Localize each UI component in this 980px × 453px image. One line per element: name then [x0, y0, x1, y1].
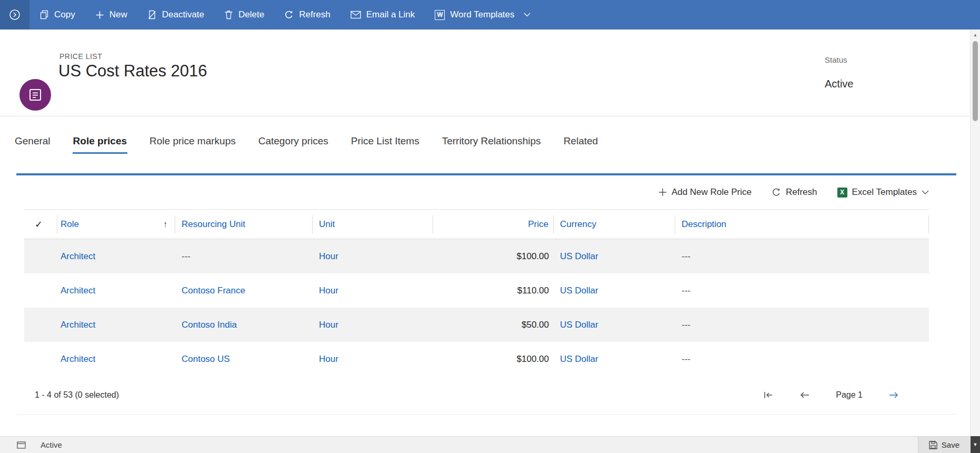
unit-cell[interactable]: Hour	[313, 251, 433, 262]
column-header-price[interactable]: Price	[433, 215, 554, 233]
chevron-down-icon	[922, 190, 929, 195]
excel-templates-label: Excel Templates	[852, 187, 917, 198]
refresh-label: Refresh	[299, 9, 331, 20]
plus-icon	[95, 11, 104, 19]
column-resourcing-unit-label: Resourcing Unit	[182, 219, 245, 230]
currency-cell[interactable]: US Dollar	[554, 354, 675, 365]
description-cell: ---	[675, 320, 929, 330]
scrollbar-thumb[interactable]	[973, 41, 978, 121]
resourcing-unit-cell[interactable]: Contoso US	[175, 354, 313, 365]
form-state-icon	[17, 441, 26, 449]
table-row[interactable]: Architect Contoso France Hour $110.00 US…	[24, 273, 929, 308]
column-currency-label: Currency	[560, 219, 596, 230]
form-tab-bar: General Role prices Role price markups C…	[14, 128, 598, 154]
unit-cell[interactable]: Hour	[313, 354, 433, 365]
arrow-left-icon	[799, 391, 811, 399]
price-cell: $110.00	[433, 285, 554, 296]
trash-icon	[224, 10, 233, 19]
price-list-entity-icon	[19, 79, 51, 111]
column-header-currency[interactable]: Currency	[554, 215, 675, 233]
currency-cell[interactable]: US Dollar	[554, 285, 675, 296]
copy-button[interactable]: Copy	[29, 0, 85, 29]
description-cell: ---	[675, 251, 929, 262]
nav-expand-button[interactable]	[0, 0, 29, 29]
description-cell: ---	[675, 354, 929, 365]
unit-cell[interactable]: Hour	[313, 320, 433, 330]
delete-button[interactable]: Delete	[214, 0, 274, 29]
role-prices-subgrid: Add New Role Price Refresh X Excel Templ…	[16, 173, 956, 415]
column-price-label: Price	[528, 219, 548, 230]
refresh-button[interactable]: Refresh	[274, 0, 341, 29]
chevron-down-icon	[524, 13, 531, 17]
table-row[interactable]: Architect Contoso US Hour $100.00 US Dol…	[24, 342, 929, 376]
next-page-button[interactable]	[888, 391, 899, 399]
status-bar: Active Save	[0, 436, 970, 453]
tab-role-price-markups[interactable]: Role price markups	[149, 128, 236, 154]
grid-header-row: ✓ Role ↑ Resourcing Unit Unit Price Curr…	[24, 209, 929, 239]
email-link-label: Email a Link	[366, 9, 415, 20]
refresh-icon	[284, 10, 294, 19]
scroll-down-button[interactable]: ▼	[971, 436, 980, 453]
role-cell[interactable]: Architect	[57, 285, 175, 296]
tab-category-prices[interactable]: Category prices	[258, 128, 329, 154]
subgrid-refresh-button[interactable]: Refresh	[772, 187, 817, 198]
save-button[interactable]: Save	[918, 437, 970, 453]
column-description-label: Description	[682, 219, 726, 230]
new-label: New	[109, 9, 127, 20]
column-header-description[interactable]: Description	[675, 215, 929, 233]
resourcing-unit-cell: ---	[175, 251, 313, 262]
resourcing-unit-cell[interactable]: Contoso India	[175, 320, 313, 330]
grid-footer: 1 - 4 of 53 (0 selected) Page 1	[24, 376, 929, 414]
email-link-button[interactable]: Email a Link	[341, 0, 425, 29]
arrow-right-icon	[888, 391, 899, 399]
resourcing-unit-cell[interactable]: Contoso France	[175, 285, 313, 296]
deactivate-button[interactable]: Deactivate	[137, 0, 214, 29]
currency-cell[interactable]: US Dollar	[554, 251, 675, 262]
tab-price-list-items[interactable]: Price List Items	[351, 128, 420, 154]
add-new-role-price-label: Add New Role Price	[672, 187, 752, 198]
status-field-value: Active	[825, 78, 853, 90]
column-header-role[interactable]: Role ↑	[57, 215, 175, 233]
vertical-scrollbar[interactable]: ▲ ▼	[970, 29, 980, 453]
previous-page-button[interactable]	[799, 391, 811, 399]
word-icon: W	[435, 10, 445, 20]
column-role-label: Role	[61, 219, 79, 230]
tab-general[interactable]: General	[14, 128, 51, 154]
description-cell: ---	[675, 285, 929, 296]
price-cell: $50.00	[433, 320, 554, 330]
first-page-button[interactable]	[763, 391, 774, 399]
table-row[interactable]: Architect --- Hour $100.00 US Dollar ---	[24, 239, 929, 273]
column-header-resourcing-unit[interactable]: Resourcing Unit	[175, 215, 313, 233]
paging-controls: Page 1	[763, 390, 929, 400]
excel-icon: X	[837, 188, 847, 198]
add-new-role-price-button[interactable]: Add New Role Price	[658, 187, 752, 198]
price-cell: $100.00	[433, 354, 554, 365]
page-indicator: Page 1	[836, 390, 863, 400]
word-templates-button[interactable]: W Word Templates	[425, 0, 540, 29]
subgrid-toolbar: Add New Role Price Refresh X Excel Templ…	[24, 175, 929, 209]
status-field-label: Status	[825, 55, 847, 64]
role-cell[interactable]: Architect	[57, 251, 175, 262]
scroll-up-button[interactable]: ▲	[971, 29, 980, 40]
first-page-icon	[763, 391, 774, 399]
sort-ascending-icon: ↑	[163, 220, 167, 229]
command-bar: Copy New Deactivate Delete Refresh	[0, 0, 980, 29]
tab-role-prices[interactable]: Role prices	[73, 128, 127, 154]
currency-cell[interactable]: US Dollar	[554, 320, 675, 330]
column-header-unit[interactable]: Unit	[313, 215, 433, 233]
plus-icon	[658, 188, 667, 196]
table-row[interactable]: Architect Contoso India Hour $50.00 US D…	[24, 308, 929, 342]
tab-territory-relationships[interactable]: Territory Relationships	[442, 128, 542, 154]
select-all-checkmark[interactable]: ✓	[24, 215, 57, 233]
copy-icon	[39, 10, 49, 19]
unit-cell[interactable]: Hour	[313, 285, 433, 296]
role-cell[interactable]: Architect	[57, 320, 175, 330]
refresh-icon	[772, 188, 781, 197]
role-cell[interactable]: Architect	[57, 354, 175, 365]
delete-label: Delete	[238, 9, 264, 20]
new-button[interactable]: New	[85, 0, 137, 29]
excel-templates-button[interactable]: X Excel Templates	[837, 187, 929, 198]
tab-related[interactable]: Related	[563, 128, 599, 154]
deactivate-icon	[147, 10, 157, 19]
word-templates-label: Word Templates	[450, 9, 514, 20]
